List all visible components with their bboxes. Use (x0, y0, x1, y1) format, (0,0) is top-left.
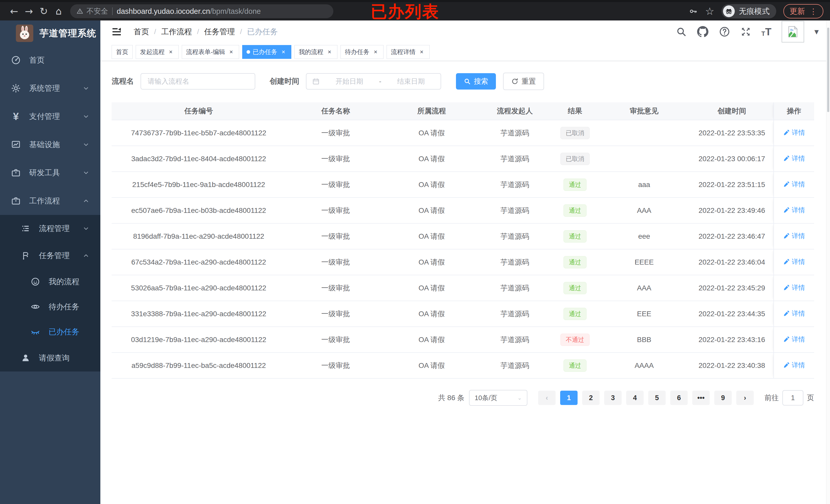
font-size-icon[interactable]: TT (761, 27, 771, 37)
cell-create-time: 2022-01-22 23:51:15 (690, 172, 774, 198)
github-icon[interactable] (697, 26, 709, 38)
create-time-label: 创建时间 (269, 76, 299, 87)
page-button-5[interactable]: 5 (648, 391, 666, 405)
chevron-down-icon (82, 140, 90, 149)
calendar-icon (312, 77, 320, 85)
close-icon[interactable]: × (280, 48, 287, 56)
search-button[interactable]: 搜索 (456, 73, 496, 90)
sidebar-item-任务管理[interactable]: 任务管理 (0, 242, 100, 269)
close-icon[interactable]: × (228, 48, 235, 56)
page-button-1[interactable]: 1 (560, 391, 578, 405)
next-page-button[interactable]: › (736, 391, 754, 405)
close-icon[interactable]: × (167, 48, 174, 56)
cell-result: 通过 (552, 223, 598, 249)
avatar[interactable] (781, 21, 804, 42)
cell-process: OA 请假 (386, 172, 478, 198)
close-icon[interactable]: × (418, 48, 425, 56)
range-separator: - (379, 77, 381, 86)
person-icon (20, 352, 31, 364)
sidebar-item-已办任务[interactable]: 已办任务 (0, 319, 100, 344)
reset-button[interactable]: 重置 (503, 73, 544, 90)
process-name-input[interactable]: 请输入流程名 (140, 73, 255, 90)
bookmark-star-icon[interactable]: ☆ (705, 5, 714, 17)
detail-link[interactable]: 详情 (783, 128, 805, 137)
sidebar-item-系统管理[interactable]: 系统管理 (0, 74, 100, 102)
tab-我的流程[interactable]: 我的流程 × (294, 45, 338, 59)
detail-link[interactable]: 详情 (783, 309, 805, 318)
tab-发起流程[interactable]: 发起流程 × (136, 45, 179, 59)
status-badge: 通过 (564, 256, 586, 268)
page-button-•••[interactable]: ••• (692, 391, 710, 405)
page-button-6[interactable]: 6 (670, 391, 688, 405)
browser-menu-icon[interactable]: ⋮ (809, 7, 817, 16)
close-icon[interactable]: × (326, 48, 333, 56)
pagination: 共 86 条 10条/页 ⌄ ‹ 123456•••9 › 前往 1 页 (111, 390, 814, 406)
page-button-9[interactable]: 9 (714, 391, 732, 405)
update-button[interactable]: 更新 ⋮ (784, 4, 823, 19)
sidebar-item-研发工具[interactable]: 研发工具 (0, 159, 100, 187)
cell-task-name: 一级审批 (286, 223, 386, 249)
end-date-placeholder[interactable]: 结束日期 (387, 77, 435, 86)
breadcrumb-item[interactable]: 工作流程 (161, 27, 192, 37)
sidebar-item-基础设施[interactable]: 基础设施 (0, 131, 100, 159)
cell-result: 通过 (552, 301, 598, 327)
tab-流程详情[interactable]: 流程详情 × (387, 45, 429, 59)
devtools-icon (10, 167, 22, 178)
forward-button[interactable]: → (22, 4, 36, 19)
cell-task-id: 331e3388-7b9a-11ec-a290-acde48001122 (111, 301, 286, 327)
sidebar-item-工作流程[interactable]: 工作流程 (0, 187, 100, 215)
start-date-placeholder[interactable]: 开始日期 (325, 77, 374, 86)
page-scrollbar[interactable] (826, 21, 830, 504)
detail-link[interactable]: 详情 (783, 335, 805, 344)
page-button-3[interactable]: 3 (604, 391, 621, 405)
prev-page-button[interactable]: ‹ (538, 391, 555, 405)
detail-link[interactable]: 详情 (783, 180, 805, 189)
key-icon[interactable] (689, 7, 698, 16)
page-button-2[interactable]: 2 (582, 391, 600, 405)
sidebar-item-待办任务[interactable]: 待办任务 (0, 294, 100, 319)
detail-link[interactable]: 详情 (783, 257, 805, 266)
search-icon[interactable] (676, 26, 687, 37)
sidebar-item-首页[interactable]: 首页 (0, 46, 100, 74)
security-warning[interactable]: 不安全 (76, 6, 108, 16)
scrollbar-thumb[interactable] (827, 28, 829, 112)
tab-首页[interactable]: 首页 (111, 45, 133, 59)
back-button[interactable]: ← (7, 4, 22, 19)
hamburger-icon[interactable] (111, 27, 122, 37)
table-header-row: 任务编号 任务名称 所属流程 流程发起人 结果 审批意见 创建时间 操作 (111, 102, 814, 120)
page-size-select[interactable]: 10条/页 ⌄ (469, 390, 528, 406)
cell-opinion (598, 146, 690, 172)
avatar-caret-icon[interactable]: ▼ (815, 29, 819, 35)
sidebar-item-请假查询[interactable]: 请假查询 (0, 344, 100, 371)
cell-actions: 详情 (774, 198, 814, 223)
sidebar-item-支付管理[interactable]: ¥ 支付管理 (0, 102, 100, 131)
cell-opinion: BBB (598, 327, 690, 352)
home-button[interactable]: ⌂ (51, 4, 66, 19)
chevron-down-icon (82, 112, 90, 121)
breadcrumb-item[interactable]: 首页 (134, 27, 149, 37)
detail-link[interactable]: 详情 (783, 206, 805, 215)
sidebar-item-流程管理[interactable]: 流程管理 (0, 215, 100, 242)
sidebar-item-我的流程[interactable]: 我的流程 (0, 269, 100, 294)
cell-task-id: 53026aa5-7b9a-11ec-a290-acde48001122 (111, 275, 286, 301)
page-button-4[interactable]: 4 (626, 391, 644, 405)
gear-icon (10, 82, 22, 94)
cell-task-name: 一级审批 (286, 249, 386, 275)
top-navbar: 首页/工作流程/任务管理/已办任务 TT (100, 21, 830, 43)
detail-link[interactable]: 详情 (783, 232, 805, 240)
detail-link[interactable]: 详情 (783, 283, 805, 292)
jump-page-input[interactable]: 1 (783, 390, 803, 405)
detail-link[interactable]: 详情 (783, 361, 805, 370)
tab-待办任务[interactable]: 待办任务 × (341, 45, 384, 59)
url-bar[interactable]: 不安全 dashboard.yudao.iocoder.cn/bpm/task/… (70, 4, 333, 18)
tab-已办任务[interactable]: 已办任务 × (242, 45, 291, 59)
detail-link[interactable]: 详情 (783, 154, 805, 163)
date-range-picker[interactable]: 开始日期 - 结束日期 (306, 73, 441, 90)
close-icon[interactable]: × (372, 48, 379, 56)
tab-流程表单-编辑[interactable]: 流程表单-编辑 × (182, 45, 239, 59)
reload-button[interactable]: ↻ (36, 4, 51, 19)
help-icon[interactable] (719, 26, 730, 37)
app-logo[interactable]: 芋道管理系统 (0, 21, 100, 46)
fullscreen-icon[interactable] (740, 26, 751, 37)
breadcrumb-item[interactable]: 任务管理 (204, 27, 235, 37)
